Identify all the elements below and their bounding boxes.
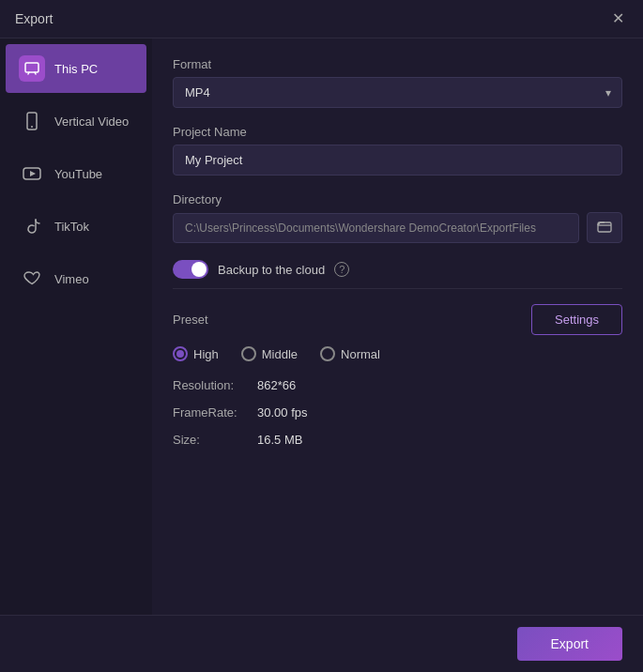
cloud-backup-toggle[interactable] <box>173 260 208 279</box>
radio-normal-label: Normal <box>341 347 380 361</box>
framerate-value: 30.00 fps <box>257 405 308 420</box>
content-area: Format MP4 MOV AVI GIF MP3 ▾ Project Nam… <box>152 38 643 615</box>
directory-label: Directory <box>173 192 622 206</box>
monitor-icon <box>19 55 45 82</box>
radio-high-label: High <box>193 347 219 361</box>
format-group: Format MP4 MOV AVI GIF MP3 ▾ <box>173 57 622 108</box>
radio-normal-outer <box>320 346 335 361</box>
directory-input[interactable] <box>173 213 579 243</box>
svg-rect-0 <box>25 63 38 72</box>
svg-point-4 <box>31 126 33 128</box>
project-name-group: Project Name <box>173 125 622 176</box>
preset-radio-group: High Middle Normal <box>173 346 622 361</box>
main-layout: This PC Vertical Video YouTube <box>0 38 643 615</box>
size-value: 16.5 MB <box>257 433 302 447</box>
sidebar-item-label: Vertical Video <box>54 115 129 129</box>
sidebar-item-vimeo[interactable]: Vimeo <box>6 254 146 303</box>
resolution-row: Resolution: 862*66 <box>173 378 622 392</box>
project-name-input[interactable] <box>173 145 622 176</box>
radio-middle-label: Middle <box>262 347 298 361</box>
format-select-wrapper: MP4 MOV AVI GIF MP3 ▾ <box>173 77 622 108</box>
divider <box>173 288 622 289</box>
resolution-value: 862*66 <box>257 378 296 392</box>
svg-line-2 <box>35 72 36 74</box>
svg-line-1 <box>28 72 29 74</box>
size-row: Size: 16.5 MB <box>173 433 622 447</box>
radio-high[interactable]: High <box>173 346 219 361</box>
framerate-row: FrameRate: 30.00 fps <box>173 405 622 420</box>
sidebar-item-this-pc[interactable]: This PC <box>6 44 146 93</box>
radio-high-outer <box>173 346 188 361</box>
dialog-title: Export <box>15 11 53 26</box>
radio-normal[interactable]: Normal <box>320 346 380 361</box>
close-button[interactable]: ✕ <box>608 9 628 28</box>
preset-row: Preset Settings <box>173 304 622 335</box>
cloud-backup-label: Backup to the cloud <box>218 263 325 277</box>
sidebar-item-label: YouTube <box>54 167 102 181</box>
sidebar-item-label: This PC <box>54 62 98 76</box>
format-label: Format <box>173 57 622 71</box>
export-button[interactable]: Export <box>517 627 622 661</box>
directory-group: Directory <box>173 192 622 243</box>
sidebar: This PC Vertical Video YouTube <box>0 38 152 615</box>
format-select[interactable]: MP4 MOV AVI GIF MP3 <box>173 77 622 108</box>
sidebar-item-label: TikTok <box>54 220 89 234</box>
settings-button[interactable]: Settings <box>531 304 622 335</box>
radio-middle[interactable]: Middle <box>241 346 298 361</box>
phone-icon <box>19 108 45 134</box>
sidebar-item-vertical-video[interactable]: Vertical Video <box>6 97 146 145</box>
resolution-key: Resolution: <box>173 378 257 392</box>
sidebar-item-tiktok[interactable]: TikTok <box>6 202 146 251</box>
bottom-bar: Export <box>0 615 643 672</box>
browse-button[interactable] <box>587 212 622 243</box>
cloud-backup-row: Backup to the cloud ? <box>173 260 622 279</box>
help-icon[interactable]: ? <box>334 262 349 277</box>
svg-rect-7 <box>598 222 611 232</box>
directory-row <box>173 212 622 243</box>
radio-high-inner <box>176 350 184 358</box>
sidebar-item-label: Vimeo <box>54 272 89 286</box>
radio-middle-outer <box>241 346 256 361</box>
project-name-label: Project Name <box>173 125 622 139</box>
size-key: Size: <box>173 433 257 447</box>
title-bar: Export ✕ <box>0 0 643 38</box>
svg-marker-6 <box>30 171 36 176</box>
sidebar-item-youtube[interactable]: YouTube <box>6 149 146 198</box>
framerate-key: FrameRate: <box>173 405 257 420</box>
youtube-icon <box>19 160 45 187</box>
toggle-knob <box>191 262 207 277</box>
preset-label: Preset <box>173 313 208 327</box>
vimeo-icon <box>19 266 45 292</box>
tiktok-icon <box>19 213 45 239</box>
